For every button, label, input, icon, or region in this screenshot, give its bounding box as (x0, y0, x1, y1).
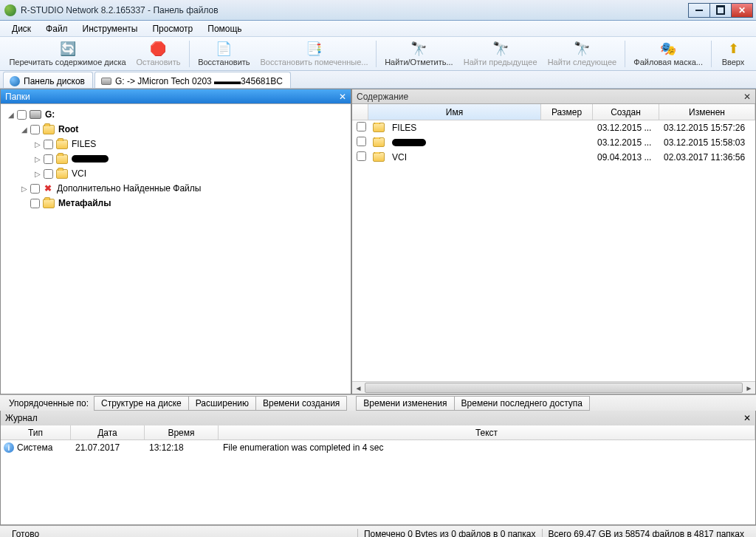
col-checkbox[interactable] (352, 104, 368, 120)
list-row[interactable]: 03.12.2015 ... 03.12.2015 15:58:03 (352, 135, 755, 150)
log-col-type[interactable]: Тип (1, 425, 71, 439)
row-modified: 03.12.2015 15:57:26 (659, 123, 755, 133)
log-col-date[interactable]: Дата (71, 425, 145, 439)
tree-checkbox[interactable] (30, 125, 40, 134)
tab-drive[interactable]: G: -> JMicron Tech 0203 ▬▬▬345681BC (94, 72, 291, 88)
tree-checkbox[interactable] (17, 110, 27, 120)
row-checkbox[interactable] (357, 122, 366, 131)
tree-checkbox[interactable] (30, 184, 40, 194)
tree-node-drive[interactable]: ◢ G: (2, 107, 349, 122)
content-hscroll[interactable]: ◄ ► (352, 381, 755, 394)
menu-help[interactable]: Помощь (200, 21, 249, 36)
tree-node-redacted[interactable]: ▷ (2, 151, 349, 166)
content-panel-header: Содержание ✕ (352, 89, 755, 104)
row-created: 03.12.2015 ... (593, 137, 659, 148)
tool-find-mark[interactable]: 🔭 Найти/Отметить... (379, 38, 458, 70)
menu-file[interactable]: Файл (38, 21, 75, 36)
tool-stop-label: Остановить (136, 58, 180, 66)
tool-recover-marked-label: Восстановить помеченные... (260, 58, 368, 66)
log-row-type: Система (17, 442, 52, 453)
tool-up-label: Вверх (722, 58, 745, 66)
tool-file-mask-label: Файловая маска... (633, 58, 703, 66)
redacted-label (392, 139, 426, 146)
scroll-thumb[interactable] (365, 383, 743, 393)
close-button[interactable] (731, 3, 753, 18)
expand-icon[interactable]: ▷ (33, 140, 42, 148)
menu-tools[interactable]: Инструменты (75, 21, 145, 36)
tool-up[interactable]: ⬆ Вверх (715, 38, 752, 70)
tool-find-mark-label: Найти/Отметить... (385, 58, 453, 66)
content-panel-close[interactable]: ✕ (743, 92, 751, 102)
tab-disks-panel[interactable]: Панель дисков (3, 72, 93, 88)
recover-marked-icon: 📑 (306, 41, 322, 57)
tree-checkbox[interactable] (44, 140, 53, 149)
sort-mtime[interactable]: Времени изменения (356, 396, 454, 411)
folder-icon (373, 137, 385, 147)
window-title: R-STUDIO Network 8.2.165337 - Панель фай… (21, 5, 689, 16)
menu-disk[interactable]: Диск (4, 21, 38, 36)
recover-icon: 📄 (216, 41, 232, 57)
list-row[interactable]: VCI 09.04.2013 ... 02.03.2017 11:36:56 (352, 150, 755, 165)
tab-drive-label: G: -> JMicron Tech 0203 ▬▬▬345681BC (115, 76, 283, 86)
row-created: 09.04.2013 ... (593, 152, 659, 163)
maximize-button[interactable] (709, 3, 732, 18)
folders-panel-close[interactable]: ✕ (339, 92, 346, 102)
col-created[interactable]: Создан (593, 104, 659, 120)
scroll-right-icon[interactable]: ► (743, 382, 755, 394)
tree-node-files[interactable]: ▷ FILES (2, 137, 349, 151)
collapse-icon[interactable]: ◢ (20, 126, 29, 134)
tree-checkbox[interactable] (44, 169, 53, 179)
sort-atime[interactable]: Времени последнего доступа (454, 396, 590, 411)
folders-panel-header: Папки ✕ (1, 89, 351, 104)
tree-label-vci: VCI (72, 168, 86, 179)
expand-icon[interactable]: ▷ (33, 155, 42, 163)
col-modified[interactable]: Изменен (659, 104, 755, 120)
collapse-icon[interactable]: ◢ (7, 111, 16, 119)
tool-find-prev-label: Найти предыдущее (464, 58, 537, 66)
tool-find-prev[interactable]: 🔭 Найти предыдущее (458, 38, 543, 70)
tree-node-root[interactable]: ◢ Root (2, 122, 349, 137)
tree-checkbox[interactable] (30, 199, 40, 208)
toolbar-separator (711, 41, 712, 67)
expand-icon[interactable]: ▷ (20, 185, 29, 193)
content-list[interactable]: FILES 03.12.2015 ... 03.12.2015 15:57:26… (352, 120, 755, 381)
log-col-time[interactable]: Время (145, 425, 219, 439)
log-row[interactable]: iСистема 21.07.2017 13:12:18 File enumer… (1, 440, 755, 455)
log-close[interactable]: ✕ (743, 413, 751, 423)
list-row[interactable]: FILES 03.12.2015 ... 03.12.2015 15:57:26 (352, 120, 755, 135)
tree-node-extra-found[interactable]: ▷ ✖ Дополнительно Найденные Файлы (2, 181, 349, 196)
log-col-text[interactable]: Текст (219, 425, 755, 439)
row-checkbox[interactable] (357, 137, 366, 146)
tree-label-root: Root (58, 124, 78, 134)
sort-label: Упорядоченные по: (3, 398, 94, 408)
tree-label-drive: G: (45, 109, 55, 120)
log-columns: Тип Дата Время Текст (1, 425, 755, 440)
tool-reread[interactable]: 🔄 Перечитать содержимое диска (4, 38, 131, 70)
sort-ctime[interactable]: Времени создания (255, 396, 347, 411)
expand-icon[interactable]: ▷ (33, 170, 42, 178)
menu-view[interactable]: Просмотр (145, 21, 200, 36)
row-checkbox[interactable] (357, 151, 366, 161)
sort-structure[interactable]: Структуре на диске (94, 396, 189, 411)
mask-icon: 🎭 (660, 41, 676, 57)
folders-tree[interactable]: ◢ G: ◢ Root ▷ FILES ▷ (1, 104, 351, 394)
tree-label-extra-found: Дополнительно Найденные Файлы (57, 183, 201, 194)
tool-recover-marked[interactable]: 📑 Восстановить помеченные... (255, 38, 373, 70)
tool-find-next[interactable]: 🔭 Найти следующее (543, 38, 622, 70)
tool-file-mask[interactable]: 🎭 Файловая маска... (628, 38, 708, 70)
minimize-button[interactable] (688, 3, 710, 18)
scroll-left-icon[interactable]: ◄ (352, 382, 365, 394)
sort-extension[interactable]: Расширению (188, 396, 256, 411)
tree-node-metafiles[interactable]: ▷ Метафайлы (2, 196, 349, 211)
status-ready: Готово (6, 529, 357, 538)
tree-node-vci[interactable]: ▷ VCI (2, 166, 349, 181)
tree-checkbox[interactable] (44, 154, 53, 164)
tool-recover[interactable]: 📄 Восстановить (193, 38, 255, 70)
tool-find-next-label: Найти следующее (548, 58, 617, 66)
col-size[interactable]: Размер (541, 104, 593, 120)
tool-stop[interactable]: 🛑 Остановить (131, 38, 186, 70)
row-name: VCI (392, 152, 407, 163)
up-icon: ⬆ (725, 41, 741, 57)
find-prev-icon: 🔭 (492, 41, 509, 57)
col-name[interactable]: Имя (368, 104, 541, 120)
